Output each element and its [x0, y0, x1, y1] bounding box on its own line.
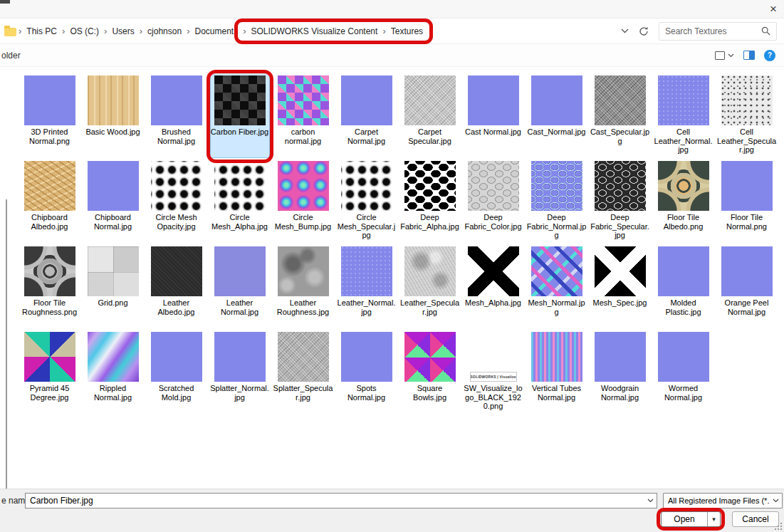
file-item[interactable]: Chipboard Normal.jpg [81, 158, 145, 244]
help-icon[interactable]: ? [764, 50, 775, 61]
file-item[interactable]: Leather Roughness.jpg [271, 244, 335, 329]
file-item-body[interactable]: Floor Tile Albedo.png [654, 158, 714, 244]
breadcrumb-item[interactable]: Documents [192, 24, 241, 38]
preview-pane-icon[interactable] [743, 51, 755, 60]
file-item[interactable]: Circle Mesh_Alpha.jpg [208, 158, 271, 244]
file-item[interactable]: Cell Leather_Normal.jpg [652, 73, 715, 158]
file-item-body[interactable]: Deep Fabric_Normal.jpg [527, 158, 587, 244]
file-item-selected[interactable]: Carbon Fiber.jpg [210, 73, 270, 158]
file-item-body[interactable]: Basic Wood.jpg [83, 73, 143, 158]
search-box[interactable] [659, 22, 777, 41]
file-item-body[interactable]: Splatter_Specular.jpg [273, 329, 333, 414]
file-item[interactable]: Carpet Normal.jpg [335, 73, 398, 158]
file-item-body[interactable]: carbon normal.jpg [273, 73, 333, 158]
file-item-body[interactable]: Wormed Normal.jpg [654, 329, 714, 414]
file-item-body[interactable]: Deep Fabric_Specular.jpg [590, 158, 650, 244]
file-item[interactable]: Carbon Fiber.jpg [208, 73, 271, 158]
view-mode-button[interactable] [715, 51, 734, 60]
file-item-body[interactable]: Spots Normal.jpg [337, 329, 397, 414]
file-item-body[interactable]: Square Bowls.jpg [400, 329, 460, 414]
file-item-body[interactable]: Splatter_Normal.jpg [210, 329, 270, 414]
file-item[interactable]: Mesh_Spec.jpg [588, 244, 652, 329]
file-item[interactable]: Chipboard Albedo.jpg [18, 158, 81, 244]
file-item-body[interactable]: Pyramid 45 Degree.jpg [20, 329, 80, 414]
file-item-body[interactable]: Molded Plastic.jpg [654, 244, 714, 329]
file-item[interactable]: Deep Fabric_Alpha.jpg [398, 158, 461, 244]
file-item-body[interactable]: Vertical Tubes Normal.jpg [527, 329, 587, 414]
file-item[interactable]: Leather_Specular.jpg [398, 244, 461, 329]
file-item[interactable]: Deep Fabric_Specular.jpg [588, 158, 652, 244]
cancel-button[interactable]: Cancel [732, 511, 779, 527]
file-item[interactable]: Vertical Tubes Normal.jpg [525, 329, 588, 414]
file-item-body[interactable]: Leather_Normal.jpg [337, 244, 397, 329]
file-item-body[interactable]: Cast_Specular.jpg [590, 73, 650, 158]
breadcrumb-item[interactable]: OS (C:) [67, 24, 102, 38]
breadcrumb-item[interactable]: SOLIDWORKS Visualize Content [249, 24, 381, 38]
file-item-body[interactable]: Leather_Specular.jpg [400, 244, 460, 329]
file-item[interactable]: Square Bowls.jpg [398, 329, 461, 414]
file-name-combo[interactable] [25, 493, 657, 508]
file-item[interactable]: Molded Plastic.jpg [652, 244, 715, 329]
file-item[interactable]: Grid.png [81, 244, 145, 329]
breadcrumb-item[interactable]: Textures [388, 24, 426, 38]
chevron-down-icon[interactable] [647, 499, 654, 503]
file-item[interactable]: Circle Mesh_Bump.jpg [271, 158, 335, 244]
file-item-body[interactable]: Rippled Normal.jpg [83, 329, 143, 414]
file-item[interactable]: Brushed Normal.jpg [145, 73, 208, 158]
file-item-body[interactable]: Circle Mesh_Specular.jpg [337, 158, 397, 244]
file-item[interactable]: Floor Tile Normal.png [715, 158, 778, 244]
file-item[interactable]: Cast Normal.jpg [461, 73, 525, 158]
file-item-body[interactable]: Circle Mesh_Alpha.jpg [210, 158, 270, 244]
file-item[interactable]: Leather_Normal.jpg [335, 244, 398, 329]
file-item[interactable]: Circle Mesh_Specular.jpg [335, 158, 398, 244]
file-type-select[interactable]: All Registered Image Files (*.*) [663, 493, 783, 508]
file-item[interactable]: Cast_Specular.jpg [588, 73, 652, 158]
file-item-body[interactable]: Mesh_Spec.jpg [590, 244, 650, 329]
file-item-body[interactable]: Floor Tile Normal.png [717, 158, 777, 244]
file-name-input[interactable] [26, 496, 644, 506]
file-item[interactable]: Cast_Normal.jpg [525, 73, 588, 158]
refresh-icon[interactable] [639, 26, 649, 36]
file-item[interactable]: Orange Peel Normal.jpg [715, 244, 778, 329]
search-input[interactable] [665, 26, 761, 36]
breadcrumb-item[interactable]: Users [109, 24, 137, 38]
file-item-body[interactable]: 3D Printed Normal.png [20, 73, 80, 158]
file-item-body[interactable]: Leather Normal.jpg [210, 244, 270, 329]
file-item[interactable]: Pyramid 45 Degree.jpg [18, 329, 81, 414]
file-item[interactable]: Mesh_Alpha.jpg [461, 244, 525, 329]
file-item-body[interactable]: Circle Mesh Opacity.jpg [147, 158, 207, 244]
file-item[interactable]: Circle Mesh Opacity.jpg [145, 158, 208, 244]
file-item[interactable]: Woodgrain Normal.jpg [588, 329, 652, 414]
file-item[interactable]: Splatter_Specular.jpg [271, 329, 335, 414]
file-item-body[interactable]: Leather Roughness.jpg [273, 244, 333, 329]
file-item[interactable]: carbon normal.jpg [271, 73, 335, 158]
file-item[interactable]: Floor Tile Roughness.png [18, 244, 81, 329]
file-item-body[interactable]: Scratched Mold.jpg [147, 329, 207, 414]
file-item-body[interactable]: Cell Leather_Normal.jpg [654, 73, 714, 158]
breadcrumb-item[interactable]: cjohnson [145, 24, 184, 38]
new-folder-button[interactable]: older [1, 51, 21, 61]
file-item-body[interactable]: Chipboard Albedo.jpg [20, 158, 80, 244]
file-item[interactable]: Spots Normal.jpg [335, 329, 398, 414]
file-item[interactable]: Carpet Specular.jpg [398, 73, 461, 158]
open-button[interactable]: Open ▾ [661, 511, 721, 527]
file-item-body[interactable]: Leather Albedo.jpg [147, 244, 207, 329]
file-item-body[interactable]: Grid.png [83, 244, 143, 329]
file-item-body[interactable]: Cell Leather_Specular.jpg [717, 73, 777, 158]
file-item-body[interactable]: Cast_Normal.jpg [527, 73, 587, 158]
file-item-body[interactable]: Carpet Specular.jpg [400, 73, 460, 158]
close-icon[interactable]: × [770, 2, 777, 16]
file-item-body[interactable]: SOLIDWORKS | VisualizeSW_Visualize_logo_… [464, 329, 523, 414]
chevron-down-icon[interactable] [773, 499, 779, 503]
file-item[interactable]: SOLIDWORKS | VisualizeSW_Visualize_logo_… [461, 329, 525, 414]
file-item[interactable]: Wormed Normal.jpg [652, 329, 715, 414]
file-item[interactable]: Cell Leather_Specular.jpg [715, 73, 778, 158]
file-item[interactable]: 3D Printed Normal.png [18, 73, 81, 158]
chevron-down-icon[interactable] [621, 28, 629, 33]
scrollbar[interactable] [6, 199, 7, 521]
file-item[interactable]: Floor Tile Albedo.png [652, 158, 715, 244]
file-item[interactable]: Basic Wood.jpg [81, 73, 145, 158]
file-item-body[interactable]: Mesh_Normal.jpg [527, 244, 587, 329]
file-item-body[interactable]: Floor Tile Roughness.png [20, 244, 80, 329]
breadcrumb-item[interactable]: This PC [23, 24, 60, 38]
